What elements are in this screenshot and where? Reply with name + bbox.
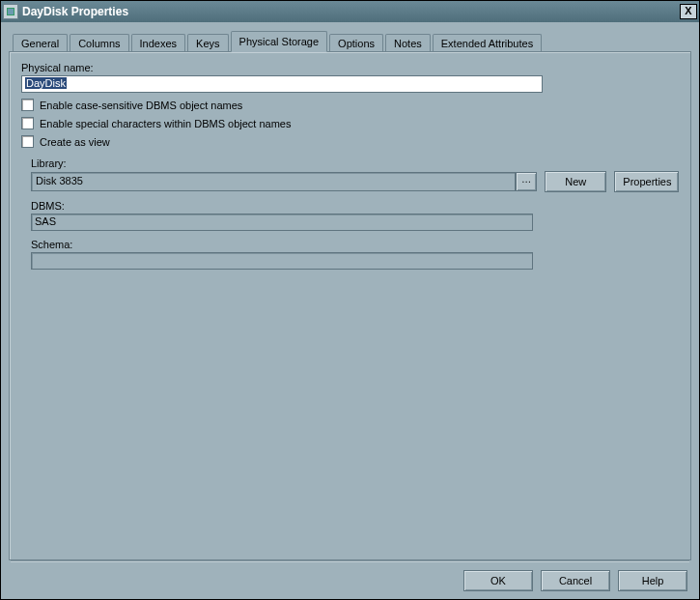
browse-button[interactable]: ... xyxy=(516,172,537,191)
separator xyxy=(11,560,689,562)
checkbox-case-sensitive[interactable] xyxy=(21,99,34,111)
client-area: General Columns Indexes Keys Physical St… xyxy=(1,22,699,599)
dialog-button-bar: OK Cancel Help xyxy=(463,570,687,591)
tab-extended-attributes[interactable]: Extended Attributes xyxy=(433,34,542,52)
tab-indexes[interactable]: Indexes xyxy=(131,34,186,52)
physical-name-label: Physical name: xyxy=(21,62,679,73)
help-button[interactable]: Help xyxy=(618,570,687,591)
tab-keys[interactable]: Keys xyxy=(187,34,228,52)
tab-strip: General Columns Indexes Keys Physical St… xyxy=(13,30,691,51)
dbms-value: SAS xyxy=(35,215,56,227)
checkbox-case-label: Enable case-sensitive DBMS object names xyxy=(40,100,242,111)
tab-notes[interactable]: Notes xyxy=(385,34,431,52)
checkbox-create-as-view[interactable] xyxy=(21,135,34,148)
physical-name-input[interactable]: DayDisk xyxy=(21,75,543,93)
tab-options[interactable]: Options xyxy=(329,34,383,52)
tab-body: Physical name: DayDisk Enable case-sensi… xyxy=(9,51,691,560)
tab-physical-storage[interactable]: Physical Storage xyxy=(231,31,328,52)
properties-button[interactable]: Properties xyxy=(614,171,679,192)
checkbox-special-chars[interactable] xyxy=(21,117,34,129)
cancel-button[interactable]: Cancel xyxy=(541,570,610,591)
checkbox-special-label: Enable special characters within DBMS ob… xyxy=(40,118,291,129)
ok-button[interactable]: OK xyxy=(463,570,533,591)
tab-columns[interactable]: Columns xyxy=(70,34,128,52)
app-icon xyxy=(3,4,18,19)
checkbox-row-case: Enable case-sensitive DBMS object names xyxy=(21,99,679,111)
checkbox-view-label: Create as view xyxy=(40,136,110,148)
tab-general[interactable]: General xyxy=(13,34,68,52)
checkbox-row-view: Create as view xyxy=(21,135,679,148)
tab-panel: General Columns Indexes Keys Physical St… xyxy=(9,30,691,560)
dbms-field: SAS xyxy=(31,214,533,231)
titlebar: DayDisk Properties X xyxy=(1,1,699,22)
physical-name-value: DayDisk xyxy=(25,77,67,89)
schema-label: Schema: xyxy=(31,239,679,250)
library-group: Library: Disk 3835 ... New Properties DB… xyxy=(31,157,679,270)
schema-field[interactable] xyxy=(31,252,533,270)
checkbox-row-special: Enable special characters within DBMS ob… xyxy=(21,117,679,129)
library-input[interactable]: Disk 3835 xyxy=(31,172,516,191)
dialog-window: DayDisk Properties X General Columns Ind… xyxy=(0,0,700,600)
window-title: DayDisk Properties xyxy=(22,5,680,18)
close-icon[interactable]: X xyxy=(680,4,697,19)
dbms-label: DBMS: xyxy=(31,200,679,212)
library-label: Library: xyxy=(31,157,679,169)
new-button[interactable]: New xyxy=(545,171,606,192)
library-value: Disk 3835 xyxy=(36,175,83,186)
